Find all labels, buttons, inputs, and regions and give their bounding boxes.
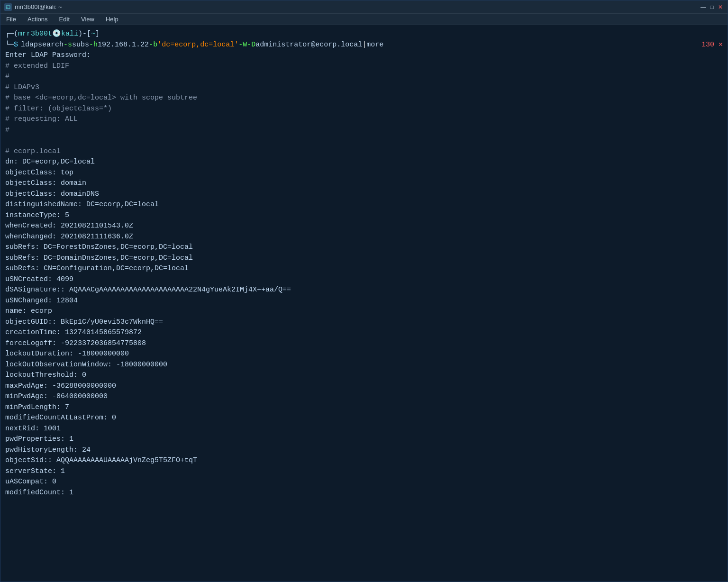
output-line-30: lockoutThreshold: 0: [5, 370, 723, 381]
prompt-close-paren: )-[: [78, 29, 91, 40]
exit-code-area: 130 ✕: [700, 40, 723, 51]
output-line-40: uASCompat: 0: [5, 477, 723, 488]
prompt-hostname: kali: [61, 29, 78, 40]
cmd-subs: subs: [72, 40, 89, 51]
output-line-32: minPwdAge: -864000000000: [5, 391, 723, 402]
title-bar: mrr3b00t@kali: ~ — □ ✕: [0, 0, 728, 14]
output-line-27: forceLogoff: -9223372036854775808: [5, 338, 723, 349]
output-line-6: # requesting: ALL: [5, 114, 723, 125]
cmd-base: 'dc=ecorp,dc=local': [157, 40, 238, 51]
output-line-16: whenCreated: 20210821101543.0Z: [5, 221, 723, 232]
output-line-22: dSASignature:: AQAAACgAAAAAAAAAAAAAAAAAA…: [5, 285, 723, 296]
menu-edit[interactable]: Edit: [56, 15, 73, 24]
output-line-20: subRefs: CN=Configuration,DC=ecorp,DC=lo…: [5, 264, 723, 274]
menu-help[interactable]: Help: [103, 15, 121, 24]
output-line-14: distinguishedName: DC=ecorp,DC=local: [5, 200, 723, 210]
minimize-button[interactable]: —: [700, 4, 707, 10]
output-line-35: nextRid: 1001: [5, 424, 723, 435]
cmd-admin: administrator@ecorp.local: [255, 40, 362, 51]
prompt-directory: ~: [91, 29, 95, 40]
window-controls: — □ ✕: [700, 4, 724, 10]
prompt-dollar: $: [14, 40, 18, 51]
terminal-window: mrr3b00t@kali: ~ — □ ✕ File Actions Edit…: [0, 0, 728, 582]
title-bar-left: mrr3b00t@kali: ~: [4, 3, 62, 11]
command-line: └─$ ldapsearch -s subs -h 192.168.1.22 -…: [5, 40, 723, 51]
output-line-39: serverState: 1: [5, 466, 723, 477]
output-line-31: maxPwdAge: -36288000000000: [5, 381, 723, 392]
maximize-button[interactable]: □: [709, 4, 715, 10]
output-line-2: #: [5, 72, 723, 82]
cmd-h-flag: -h: [89, 40, 98, 51]
output-line-23: uSNChanged: 12804: [5, 296, 723, 307]
output-line-29: lockOutObservationWindow: -18000000000: [5, 360, 723, 371]
output-line-25: objectGUID:: BkEp1C/yU0evi53c7WknHQ==: [5, 317, 723, 328]
output-line-37: pwdHistoryLength: 24: [5, 445, 723, 456]
output-line-33: minPwdLength: 7: [5, 402, 723, 413]
output-line-36: pwdProperties: 1: [5, 434, 723, 445]
cmd-ldapsearch: ldapsearch: [21, 40, 64, 51]
output-line-19: subRefs: DC=DomainDnsZones,DC=ecorp,DC=l…: [5, 253, 723, 264]
window-title: mrr3b00t@kali: ~: [15, 3, 62, 10]
output-line-7: #: [5, 125, 723, 136]
prompt-open-paren: ┌─(: [5, 29, 18, 40]
output-line-5: # filter: (objectclass=*): [5, 104, 723, 115]
prompt-line2-prefix: └─: [5, 40, 14, 51]
output-line-9: # ecorp.local: [5, 146, 723, 157]
output-line-24: name: ecorp: [5, 306, 723, 317]
output-line-41: modifiedCount: 1: [5, 488, 723, 499]
output-line-8: [5, 136, 723, 146]
menu-bar: File Actions Edit View Help: [0, 14, 728, 25]
terminal-body[interactable]: ┌─(mrr3b00t💿kali)-[~] └─$ ldapsearch -s …: [0, 25, 728, 582]
terminal-icon: [4, 3, 12, 11]
exit-x: ✕: [714, 41, 723, 49]
menu-actions[interactable]: Actions: [25, 15, 51, 24]
cmd-b-flag: -b: [149, 40, 157, 51]
output-line-17: whenChanged: 20210821111636.0Z: [5, 232, 723, 243]
menu-file[interactable]: File: [3, 15, 19, 24]
output-line-12: objectClass: domain: [5, 178, 723, 189]
cmd-more: more: [366, 40, 383, 51]
output-line-21: uSNCreated: 4099: [5, 274, 723, 285]
output-line-10: dn: DC=ecorp,DC=local: [5, 157, 723, 168]
cmd-ip: 192.168.1.22: [98, 40, 149, 51]
cmd-s-flag: -s: [64, 40, 72, 51]
output-line-18: subRefs: DC=ForestDnsZones,DC=ecorp,DC=l…: [5, 242, 723, 253]
output-line-34: modifiedCountAtLastProm: 0: [5, 413, 723, 424]
output-line-4: # base <dc=ecorp,dc=local> with scope su…: [5, 93, 723, 104]
output-line-15: instanceType: 5: [5, 210, 723, 221]
output-line-0: Enter LDAP Password:: [5, 50, 723, 61]
output-line-13: objectClass: domainDNS: [5, 189, 723, 200]
output-line-26: creationTime: 132740145865579872: [5, 327, 723, 338]
exit-code: 130: [701, 41, 714, 49]
output-line-38: objectSid:: AQQAAAAAAAAUAAAAAjVnZeg5T5ZF…: [5, 455, 723, 466]
prompt-at-symbol: 💿: [52, 29, 61, 40]
cmd-D-flag: -D: [247, 40, 255, 51]
menu-view[interactable]: View: [78, 15, 97, 24]
output-line-28: lockoutDuration: -18000000000: [5, 349, 723, 360]
cmd-pipe: |: [362, 40, 366, 51]
output-line-1: # extended LDIF: [5, 61, 723, 72]
cmd-W-flag: -W: [238, 40, 247, 51]
output-line-11: objectClass: top: [5, 168, 723, 179]
output-line-3: # LDAPv3: [5, 82, 723, 93]
prompt-dir-close: ]: [95, 29, 100, 40]
close-button[interactable]: ✕: [717, 4, 724, 10]
prompt-line: ┌─(mrr3b00t💿kali)-[~]: [5, 29, 723, 40]
prompt-username: mrr3b00t: [18, 29, 52, 40]
